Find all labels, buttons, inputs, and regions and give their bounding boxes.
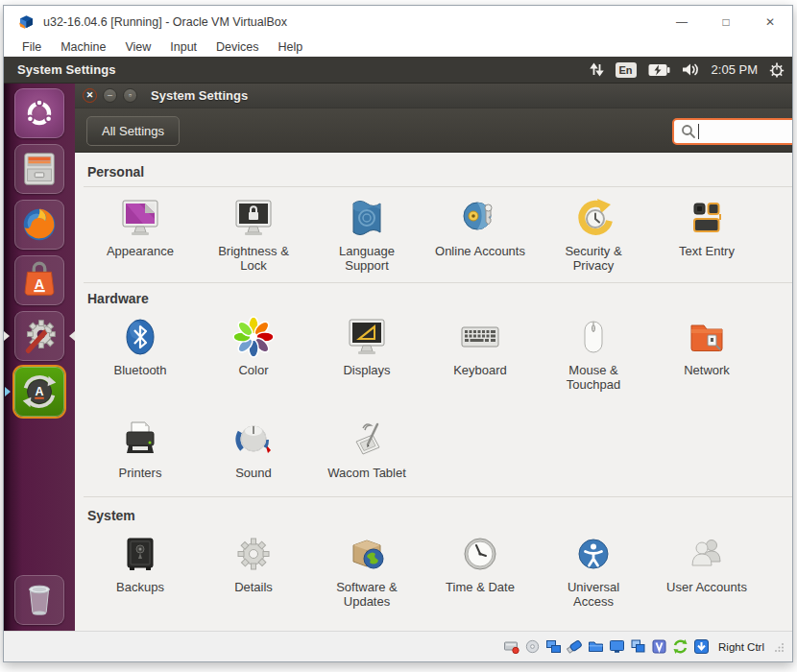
launcher-software-updater[interactable]: A <box>14 367 64 417</box>
harddisk-icon[interactable] <box>503 638 519 655</box>
optical-disc-icon[interactable] <box>524 638 541 655</box>
features-chip-icon[interactable] <box>651 638 667 655</box>
settings-item-online-accounts[interactable]: Online Accounts <box>423 195 537 273</box>
backups-icon <box>117 531 163 577</box>
settings-item-color[interactable]: Color <box>197 314 310 392</box>
launcher-trash[interactable] <box>14 575 64 625</box>
menu-view[interactable]: View <box>115 40 160 54</box>
network-traffic-icon[interactable] <box>590 62 604 77</box>
item-label: Sound <box>235 466 272 480</box>
item-label: Security & Privacy <box>546 244 640 273</box>
unity-launcher: A <box>4 84 75 631</box>
settings-item-wacom[interactable]: Wacom Tablet <box>310 417 423 480</box>
settings-item-universal-access[interactable]: Universal Access <box>537 531 650 609</box>
settings-item-mouse-touchpad[interactable]: Mouse & Touchpad <box>537 314 650 392</box>
settings-toolbar: All Settings <box>75 108 792 153</box>
settings-item-time-date[interactable]: Time & Date <box>423 531 537 609</box>
close-button[interactable]: ✕ <box>748 6 792 37</box>
network-icon <box>684 314 730 360</box>
item-label: Network <box>684 363 730 377</box>
launcher-ubuntu-dash[interactable] <box>14 88 64 138</box>
maximize-button[interactable]: □ <box>704 6 748 37</box>
firefox-icon <box>17 203 61 247</box>
active-app-title: System Settings <box>17 62 590 77</box>
user-accounts-icon <box>684 531 730 577</box>
virtualbox-window: u32-16.04.6 [Running] - Oracle VM Virtua… <box>3 5 793 662</box>
clock[interactable]: 2:05 PM <box>712 62 758 77</box>
wacom-icon <box>344 417 390 463</box>
settings-item-security-privacy[interactable]: Security & Privacy <box>537 195 650 273</box>
launcher-system-settings[interactable] <box>14 311 64 361</box>
launcher-ubuntu-software[interactable]: A <box>14 255 64 305</box>
virtualbox-logo-icon <box>18 13 35 30</box>
menu-devices[interactable]: Devices <box>206 40 268 54</box>
sound-icon <box>230 417 277 463</box>
settings-item-sound[interactable]: Sound <box>197 417 310 480</box>
menu-file[interactable]: File <box>12 40 51 54</box>
settings-item-brightness-lock[interactable]: Brightness & Lock <box>197 195 310 273</box>
text-entry-icon <box>684 195 730 241</box>
separator <box>84 186 792 187</box>
volume-icon[interactable] <box>682 62 700 77</box>
launcher-files[interactable] <box>14 144 64 194</box>
bluetooth-icon <box>117 314 163 360</box>
language-support-icon <box>344 195 390 241</box>
settings-item-displays[interactable]: Displays <box>310 314 423 392</box>
settings-item-user-accounts[interactable]: User Accounts <box>650 531 763 609</box>
search-box[interactable] <box>672 118 792 145</box>
maximize-window-button[interactable]: ▫ <box>123 88 137 103</box>
keyboard-capture-icon[interactable] <box>693 638 710 655</box>
all-settings-button[interactable]: All Settings <box>86 116 180 146</box>
settings-item-backups[interactable]: Backups <box>84 531 197 609</box>
settings-item-software-updates[interactable]: Software & Updates <box>310 531 423 609</box>
battery-icon[interactable] <box>648 63 670 77</box>
resize-grip[interactable] <box>775 642 785 652</box>
close-window-button[interactable]: ✕ <box>83 88 97 103</box>
vbox-titlebar: u32-16.04.6 [Running] - Oracle VM Virtua… <box>4 6 792 37</box>
settings-item-appearance[interactable]: Appearance <box>84 195 197 273</box>
keyboard-layout-indicator[interactable]: En <box>616 62 637 78</box>
item-label: Color <box>238 363 268 377</box>
file-cabinet-icon <box>17 147 61 191</box>
window-title: u32-16.04.6 [Running] - Oracle VM Virtua… <box>43 15 660 29</box>
item-label: Displays <box>343 363 390 377</box>
running-indicator-arrow <box>4 331 10 341</box>
brightness-lock-icon <box>230 195 277 241</box>
settings-item-network[interactable]: Network <box>650 314 763 392</box>
settings-content: Personal <box>75 153 792 631</box>
display-icon[interactable] <box>609 638 625 655</box>
vbox-statusbar: Right Ctrl <box>4 631 792 661</box>
shared-folders-icon[interactable] <box>588 638 604 655</box>
network-adapters-icon[interactable] <box>545 638 562 655</box>
menu-help[interactable]: Help <box>269 40 313 54</box>
menu-machine[interactable]: Machine <box>51 40 115 54</box>
usb-icon[interactable] <box>567 638 583 655</box>
mouse-icon <box>570 314 616 360</box>
item-label: Text Entry <box>679 244 735 258</box>
focused-indicator-arrow <box>69 331 75 341</box>
details-icon <box>230 531 277 577</box>
video-capture-icon[interactable] <box>630 638 646 655</box>
menu-input[interactable]: Input <box>160 40 206 54</box>
minimize-button[interactable]: — <box>660 6 704 37</box>
settings-item-details[interactable]: Details <box>197 531 310 609</box>
item-label: Keyboard <box>453 363 507 377</box>
session-gear-icon[interactable] <box>769 62 785 78</box>
settings-item-language-support[interactable]: Language Support <box>310 195 423 273</box>
settings-item-bluetooth[interactable]: Bluetooth <box>84 314 197 392</box>
ubuntu-logo-icon <box>17 91 61 135</box>
mouse-integration-icon[interactable] <box>672 638 688 655</box>
search-input[interactable] <box>699 125 792 139</box>
ubuntu-top-panel: System Settings En 2:05 PM <box>4 57 792 84</box>
color-icon <box>230 314 277 360</box>
updater-icon: A <box>17 370 61 414</box>
settings-titlebar[interactable]: ✕ – ▫ System Settings <box>75 84 792 108</box>
settings-item-keyboard[interactable]: Keyboard <box>423 314 537 392</box>
launcher-firefox[interactable] <box>14 200 64 250</box>
item-label: User Accounts <box>666 580 747 594</box>
minimize-window-button[interactable]: – <box>103 88 117 103</box>
vbox-menubar: File Machine View Input Devices Help <box>4 37 792 57</box>
settings-item-text-entry[interactable]: Text Entry <box>650 195 763 273</box>
software-bag-icon: A <box>17 258 61 302</box>
settings-item-printers[interactable]: Printers <box>84 417 197 480</box>
